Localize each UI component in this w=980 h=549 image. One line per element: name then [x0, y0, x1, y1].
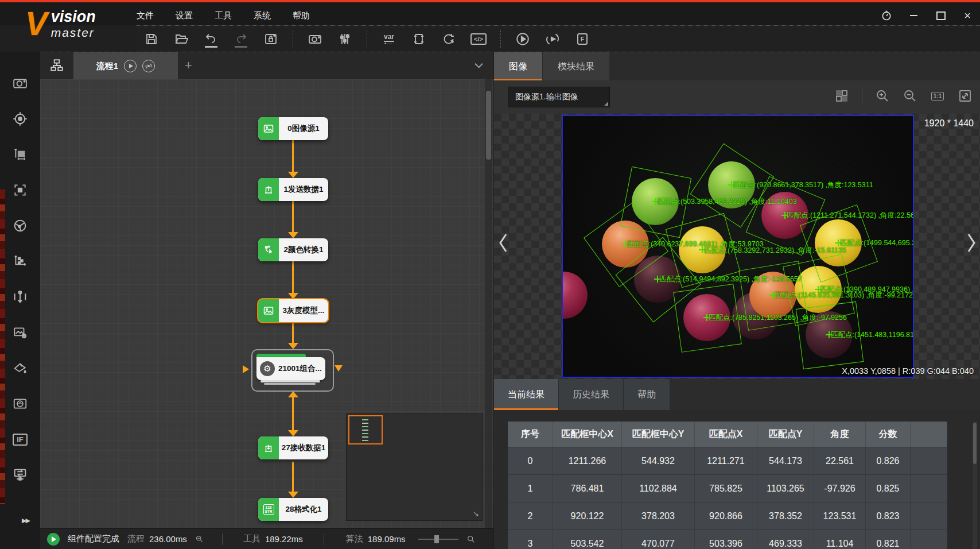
- table-cell[interactable]: 0.825: [866, 475, 911, 502]
- canvas-zoom-icon[interactable]: [466, 535, 476, 544]
- sidebar-item-image-processing[interactable]: [0, 315, 40, 350]
- menu-help[interactable]: 帮助: [293, 10, 310, 21]
- minimap-resize-icon[interactable]: ↘: [472, 509, 479, 518]
- flow-run-once-icon[interactable]: [124, 60, 137, 72]
- flow-run-loop-icon[interactable]: [142, 60, 155, 72]
- table-cell[interactable]: 123.531: [814, 502, 866, 530]
- table-cell[interactable]: 11.104: [814, 530, 866, 549]
- camera-button[interactable]: [307, 31, 323, 47]
- node-group-21001[interactable]: ⚙ 21001组合...: [251, 349, 334, 392]
- table-cell[interactable]: 1211.271: [695, 447, 757, 475]
- table-cell[interactable]: 544.173: [757, 447, 814, 475]
- open-folder-button[interactable]: [173, 31, 189, 47]
- lock-button[interactable]: [263, 31, 279, 47]
- tab-image[interactable]: 图像: [494, 52, 543, 81]
- table-cell[interactable]: 1102.884: [622, 475, 695, 502]
- zoom-slider-handle[interactable]: [434, 535, 439, 543]
- save-button[interactable]: [143, 31, 160, 47]
- table-scrollbar-thumb[interactable]: [973, 423, 977, 464]
- add-flow-button[interactable]: +: [185, 58, 192, 73]
- table-cell[interactable]: 503.542: [553, 530, 622, 549]
- sidebar-item-color-processing[interactable]: [0, 350, 40, 386]
- table-cell[interactable]: 1211.266: [553, 447, 622, 475]
- table-cell[interactable]: 920.866: [695, 502, 757, 530]
- table-cell[interactable]: 920.122: [553, 502, 622, 530]
- script-button[interactable]: </>: [470, 31, 487, 47]
- node-send-data[interactable]: 1发送数据1: [258, 178, 328, 201]
- status-run-icon[interactable]: [47, 533, 60, 546]
- canvas-zoom-slider[interactable]: [418, 539, 458, 540]
- fit-view-icon[interactable]: [958, 88, 973, 103]
- table-cell[interactable]: 2: [508, 502, 553, 530]
- table-cell[interactable]: 0.821: [866, 530, 911, 549]
- undo-button[interactable]: [203, 31, 219, 47]
- canvas-v-scrollbar[interactable]: [485, 79, 492, 528]
- menu-system[interactable]: 系统: [254, 10, 271, 21]
- flow-minimap[interactable]: ↘: [346, 413, 483, 521]
- chevron-down-icon[interactable]: [475, 63, 483, 68]
- table-cell[interactable]: 1103.265: [757, 475, 814, 502]
- sidebar-expander[interactable]: ▶▶: [22, 517, 29, 524]
- inspection-image[interactable]: 匹配点:(503.3958,469.3329) ,角度:11.10403 匹配点…: [562, 115, 914, 378]
- table-cell[interactable]: 786.481: [553, 475, 622, 502]
- sidebar-item-deep-learning[interactable]: [0, 208, 40, 243]
- redo-button[interactable]: [233, 31, 249, 47]
- menu-settings[interactable]: 设置: [176, 10, 193, 21]
- close-button[interactable]: ×: [959, 9, 975, 22]
- minimize-button[interactable]: [905, 9, 921, 22]
- table-cell[interactable]: 378.203: [622, 502, 695, 530]
- table-cell[interactable]: 469.333: [757, 530, 814, 549]
- tab-history-result[interactable]: 历史结果: [559, 379, 624, 410]
- menu-tools[interactable]: 工具: [215, 10, 232, 21]
- node-format[interactable]: 123STR 28格式化1: [258, 498, 328, 521]
- zoom-out-icon[interactable]: [903, 88, 917, 103]
- image-source-select[interactable]: 图像源1.输出图像: [508, 87, 610, 107]
- menu-file[interactable]: 文件: [137, 10, 154, 21]
- tab-help[interactable]: 帮助: [624, 379, 670, 410]
- global-trigger-button[interactable]: [441, 31, 457, 47]
- table-scrollbar[interactable]: [973, 422, 977, 549]
- run-once-button[interactable]: [515, 31, 531, 47]
- canvas-v-scrollbar-thumb[interactable]: [486, 91, 491, 160]
- window-layout-button[interactable]: [411, 31, 427, 47]
- table-cell[interactable]: 22.561: [814, 447, 866, 475]
- node-receive-data[interactable]: 27接收数据1: [258, 436, 328, 459]
- sidebar-item-alignment[interactable]: [0, 279, 40, 315]
- table-cell[interactable]: 785.825: [695, 475, 757, 502]
- flow-canvas[interactable]: 0图像源1 1发送数据1 2颜色转换1 3灰度模型... ⚙: [40, 79, 493, 528]
- sidebar-item-logic-if[interactable]: IF: [0, 422, 40, 457]
- format-window-button[interactable]: F: [574, 31, 590, 47]
- run-continuous-button[interactable]: [545, 31, 561, 47]
- table-cell[interactable]: 0.826: [866, 447, 911, 475]
- table-cell[interactable]: 470.077: [622, 530, 695, 549]
- sidebar-item-acquisition[interactable]: [0, 65, 40, 101]
- sidebar-item-communication[interactable]: [0, 457, 40, 493]
- table-cell[interactable]: 3: [508, 530, 553, 549]
- one-to-one-icon[interactable]: 1:1: [930, 88, 945, 103]
- sidebar-item-calibration[interactable]: [0, 243, 40, 279]
- node-image-source[interactable]: 0图像源1: [258, 117, 328, 140]
- sidebar-item-recognition[interactable]: [0, 172, 40, 208]
- prev-image-chevron[interactable]: [499, 233, 508, 253]
- sidebar-item-defect-detection[interactable]: [0, 386, 40, 422]
- tab-module-result[interactable]: 模块结果: [543, 52, 610, 81]
- sidebar-item-measure[interactable]: [0, 137, 40, 172]
- image-viewer[interactable]: 匹配点:(503.3958,469.3329) ,角度:11.10403 匹配点…: [494, 114, 980, 379]
- node-gray-model[interactable]: 3灰度模型...: [258, 299, 328, 322]
- time-detail-icon[interactable]: [195, 535, 204, 543]
- table-cell[interactable]: 378.352: [757, 502, 814, 530]
- table-cell[interactable]: -97.926: [814, 475, 866, 502]
- table-cell[interactable]: 503.396: [695, 530, 757, 549]
- tab-current-result[interactable]: 当前结果: [494, 379, 559, 410]
- run-params-button[interactable]: [337, 31, 353, 47]
- tab-flow1[interactable]: 流程1: [73, 52, 178, 80]
- table-cell[interactable]: 544.932: [622, 447, 695, 475]
- table-cell[interactable]: 1: [508, 475, 553, 502]
- minimap-viewport[interactable]: [348, 415, 383, 444]
- zoom-in-icon[interactable]: [875, 88, 890, 103]
- variables-button[interactable]: var•—: [381, 31, 397, 47]
- flowchart-icon[interactable]: [49, 58, 64, 73]
- next-image-chevron[interactable]: [967, 233, 976, 253]
- maximize-button[interactable]: [933, 9, 949, 22]
- node-color-convert[interactable]: 2颜色转换1: [258, 238, 328, 261]
